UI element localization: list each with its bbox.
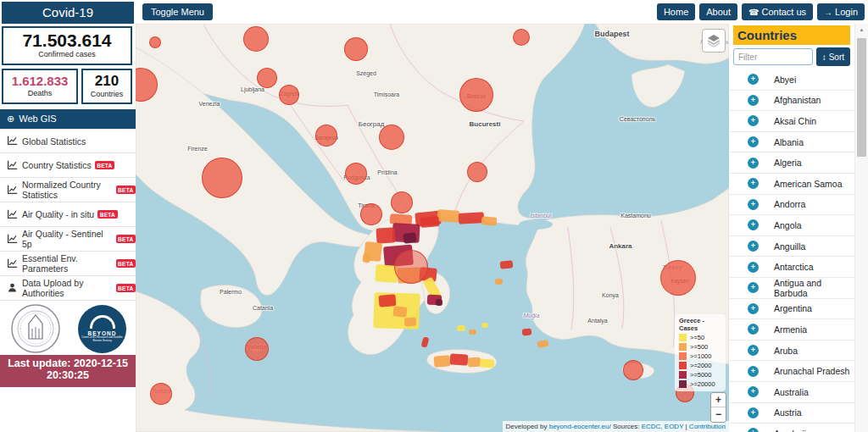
country-zoom-icon[interactable]: + — [748, 345, 759, 356]
case-bubble[interactable] — [623, 360, 643, 380]
country-row-australia[interactable]: +Australia — [729, 382, 854, 403]
country-row-antigua-and-barbuda[interactable]: +Antigua and Barbuda — [729, 278, 854, 299]
case-bubble[interactable] — [467, 162, 487, 182]
case-bubble[interactable] — [279, 85, 299, 105]
choropleth-region[interactable] — [404, 318, 417, 327]
choropleth-region[interactable] — [362, 252, 370, 263]
case-bubble[interactable] — [660, 260, 696, 296]
country-row-antarctica[interactable]: +Antarctica — [729, 257, 854, 278]
choropleth-region[interactable] — [500, 260, 514, 269]
case-bubble[interactable] — [243, 26, 269, 52]
country-zoom-icon[interactable]: + — [748, 386, 759, 397]
country-row-algeria[interactable]: +Algeria — [729, 152, 854, 174]
layers-control[interactable] — [702, 29, 726, 53]
case-bubble[interactable] — [394, 250, 428, 284]
country-row-andorra[interactable]: +Andorra — [729, 195, 854, 216]
choropleth-region[interactable] — [437, 209, 460, 223]
case-bubble[interactable] — [513, 29, 530, 46]
country-zoom-icon[interactable]: + — [748, 262, 759, 273]
case-bubble[interactable] — [257, 68, 277, 88]
choropleth-region[interactable] — [481, 216, 498, 226]
choropleth-region[interactable] — [480, 358, 495, 368]
choropleth-region[interactable] — [522, 329, 532, 336]
case-bubble[interactable] — [149, 36, 161, 48]
zoom-out-button[interactable]: − — [711, 407, 726, 422]
sidebar-item-essential-env-parameters[interactable]: Essential Env. ParametersBETA — [0, 252, 136, 276]
choropleth-region[interactable] — [392, 306, 407, 318]
country-zoom-icon[interactable]: + — [748, 74, 759, 85]
attribution-link[interactable]: Contribution — [689, 423, 726, 430]
country-row-american-samoa[interactable]: +American Samoa — [729, 174, 854, 195]
sidebar-item-global-statistics[interactable]: Global Statistics — [0, 129, 136, 153]
country-row-albania[interactable]: +Albania — [729, 132, 854, 153]
country-zoom-icon[interactable]: + — [748, 282, 759, 293]
country-row-anguilla[interactable]: +Anguilla — [729, 236, 854, 258]
country-row-armenia[interactable]: +Armenia — [729, 319, 854, 341]
country-sort-button[interactable]: ↕Sort — [816, 47, 850, 66]
country-row-argentina[interactable]: +Argentina — [729, 299, 854, 320]
choropleth-region[interactable] — [495, 279, 503, 285]
zoom-in-button[interactable]: + — [711, 393, 726, 407]
choropleth-region[interactable] — [436, 299, 442, 306]
country-row-afghanistan[interactable]: +Afghanistan — [729, 91, 854, 112]
case-bubble[interactable] — [344, 37, 368, 61]
choropleth-region[interactable] — [434, 355, 451, 367]
sidebar-item-country-statistics[interactable]: Country StatisticsBETA — [0, 153, 136, 178]
choropleth-region[interactable] — [376, 227, 395, 243]
country-zoom-icon[interactable]: + — [748, 115, 759, 126]
case-bubble[interactable] — [459, 78, 493, 112]
country-zoom-icon[interactable]: + — [748, 178, 759, 189]
choropleth-region[interactable] — [469, 330, 476, 335]
country-row-arunachal-pradesh[interactable]: +Arunachal Pradesh — [729, 361, 854, 382]
nav-home-button[interactable]: Home — [657, 3, 695, 20]
map-canvas[interactable]: + − Greece - Cases >=50>=500>=1000>=2000… — [136, 24, 729, 432]
choropleth-region[interactable] — [481, 323, 488, 328]
country-filter-input[interactable] — [733, 48, 813, 65]
choropleth-region[interactable] — [468, 357, 481, 368]
country-row-azerbaijan[interactable]: +Azerbaijan — [729, 424, 854, 432]
case-bubble[interactable] — [379, 125, 404, 150]
sidebar-item-air-quality-in-situ[interactable]: Air Quality - in situBETA — [0, 202, 136, 227]
country-row-angola[interactable]: +Angola — [729, 215, 854, 236]
nav-contact-us-button[interactable]: ☎Contact us — [742, 3, 813, 20]
country-zoom-icon[interactable]: + — [748, 428, 759, 432]
sidebar-item-normalized-country-statistics[interactable]: Normalized Country StatisticsBETA — [0, 178, 136, 202]
sidebar-item-data-upload-by-authorities[interactable]: Data Upload by AuthoritiesBETA — [0, 276, 136, 301]
choropleth-region[interactable] — [403, 232, 417, 244]
country-row-abyei[interactable]: +Abyei — [729, 69, 854, 91]
country-zoom-icon[interactable]: + — [748, 136, 759, 147]
case-bubble[interactable] — [360, 203, 382, 225]
sidebar-item-air-quality-sentinel-5p[interactable]: Air Quality - Sentinel 5pBETA — [0, 227, 136, 252]
country-zoom-icon[interactable]: + — [748, 407, 759, 418]
nav-login-button[interactable]: →Login — [817, 3, 865, 20]
country-zoom-icon[interactable]: + — [748, 95, 759, 106]
country-zoom-icon[interactable]: + — [748, 219, 759, 230]
choropleth-region[interactable] — [420, 216, 440, 228]
attribution-link[interactable]: ECDC, EODY — [642, 423, 684, 430]
country-zoom-icon[interactable]: + — [748, 158, 759, 169]
country-row-austria[interactable]: +Austria — [729, 403, 854, 424]
choropleth-region[interactable] — [378, 294, 396, 307]
case-bubble[interactable] — [202, 158, 242, 198]
case-bubble[interactable] — [150, 383, 172, 405]
case-bubble[interactable] — [245, 337, 269, 361]
country-zoom-icon[interactable]: + — [748, 303, 759, 314]
case-bubble[interactable] — [345, 163, 367, 185]
choropleth-region[interactable] — [459, 212, 485, 224]
countries-scrollbar[interactable]: ▲ — [854, 24, 868, 432]
case-bubble[interactable] — [391, 191, 413, 213]
choropleth-region[interactable] — [457, 325, 465, 331]
country-zoom-icon[interactable]: + — [748, 324, 759, 335]
country-zoom-icon[interactable]: + — [748, 366, 759, 377]
country-row-aruba[interactable]: +Aruba — [729, 341, 854, 362]
country-row-aksai-chin[interactable]: +Aksai Chin — [729, 111, 854, 132]
country-zoom-icon[interactable]: + — [748, 241, 759, 252]
toggle-menu-button[interactable]: Toggle Menu — [142, 3, 213, 20]
scrollbar-up-arrow[interactable]: ▲ — [855, 24, 868, 36]
attribution-link[interactable]: beyond-eocenter.eu/ — [549, 423, 611, 430]
scrollbar-thumb[interactable] — [857, 38, 866, 157]
choropleth-region[interactable] — [450, 353, 469, 365]
nav-about-button[interactable]: About — [699, 3, 737, 20]
country-zoom-icon[interactable]: + — [748, 199, 759, 210]
case-bubble[interactable] — [315, 125, 337, 147]
